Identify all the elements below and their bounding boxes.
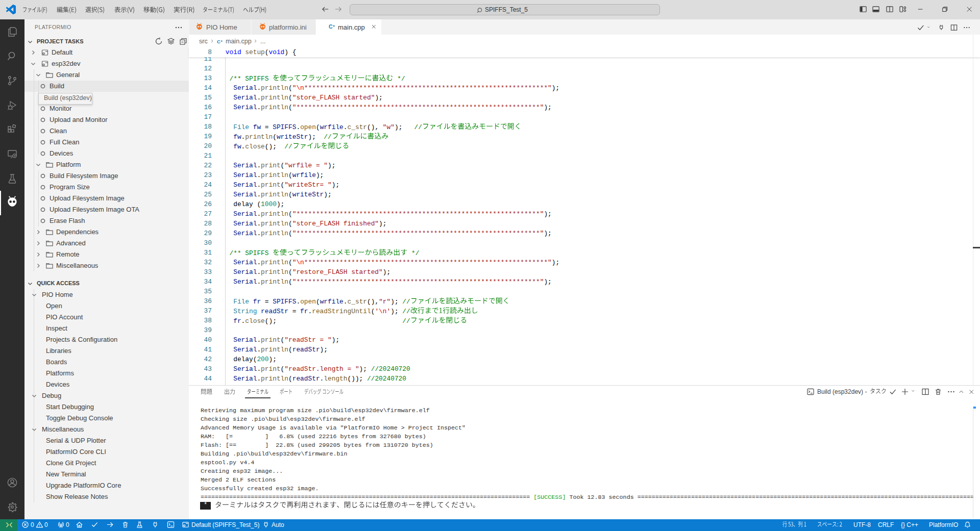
svg-text:C: C	[217, 39, 220, 44]
svg-text:C: C	[329, 23, 333, 30]
